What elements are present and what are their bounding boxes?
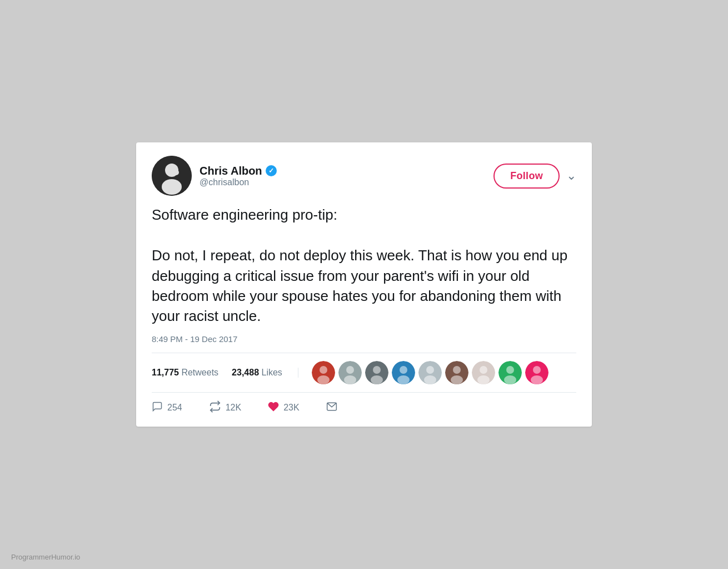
likes-count: 23,488 bbox=[232, 368, 259, 377]
svg-point-9 bbox=[344, 375, 356, 384]
svg-point-8 bbox=[346, 366, 354, 374]
tweet-body: Software engineering pro-tip: Do not, I … bbox=[152, 205, 576, 343]
watermark: ProgrammerHumor.io bbox=[11, 553, 80, 561]
likes-stat[interactable]: 23,488 Likes bbox=[232, 368, 282, 378]
user-name-row: Chris Albon bbox=[200, 165, 277, 177]
liker-avatar[interactable] bbox=[392, 361, 415, 384]
tweet-text-line1: Software engineering pro-tip: bbox=[152, 206, 337, 223]
svg-point-6 bbox=[317, 375, 330, 384]
reply-count: 254 bbox=[167, 403, 182, 413]
reply-icon bbox=[152, 401, 163, 415]
likes-label: Likes bbox=[261, 368, 282, 377]
retweets-label: Retweets bbox=[181, 368, 218, 377]
tweet-text: Software engineering pro-tip: Do not, I … bbox=[152, 205, 576, 326]
svg-point-30 bbox=[531, 375, 543, 384]
svg-point-12 bbox=[371, 375, 383, 384]
retweets-stat[interactable]: 11,775 Retweets bbox=[152, 368, 218, 378]
tweet-card: Chris Albon @chrisalbon Follow ⌄ Softwar… bbox=[136, 142, 592, 426]
follow-button[interactable]: Follow bbox=[493, 164, 560, 189]
liker-avatar[interactable] bbox=[525, 361, 549, 384]
svg-point-3 bbox=[173, 170, 179, 175]
svg-point-2 bbox=[162, 179, 182, 195]
liker-avatar[interactable] bbox=[365, 361, 388, 384]
liker-avatar[interactable] bbox=[418, 361, 442, 384]
svg-point-20 bbox=[453, 366, 461, 374]
liker-avatar[interactable] bbox=[498, 361, 522, 384]
svg-point-15 bbox=[397, 375, 410, 384]
tweet-timestamp: 8:49 PM - 19 Dec 2017 bbox=[152, 334, 576, 344]
user-info: Chris Albon @chrisalbon bbox=[200, 165, 277, 187]
svg-point-29 bbox=[533, 366, 541, 374]
svg-point-14 bbox=[400, 366, 407, 374]
svg-point-21 bbox=[451, 375, 463, 384]
user-name[interactable]: Chris Albon bbox=[200, 165, 262, 177]
user-handle[interactable]: @chrisalbon bbox=[200, 177, 277, 187]
liker-avatar[interactable] bbox=[312, 361, 335, 384]
like-count: 23K bbox=[283, 403, 299, 413]
tweet-actions: 254 12K 23K bbox=[152, 393, 576, 427]
avatar[interactable] bbox=[152, 156, 192, 196]
chevron-down-icon[interactable]: ⌄ bbox=[566, 169, 576, 183]
mail-icon bbox=[326, 401, 337, 415]
svg-point-24 bbox=[477, 375, 490, 384]
tweet-header: Chris Albon @chrisalbon Follow ⌄ bbox=[152, 156, 576, 196]
stats-left: 11,775 Retweets 23,488 Likes bbox=[152, 368, 298, 378]
tweet-header-right: Follow ⌄ bbox=[493, 164, 576, 189]
retweet-icon bbox=[209, 400, 221, 415]
svg-point-11 bbox=[373, 366, 381, 374]
retweets-count: 11,775 bbox=[152, 368, 179, 377]
svg-point-23 bbox=[480, 366, 487, 374]
retweet-action[interactable]: 12K bbox=[209, 400, 241, 415]
svg-point-26 bbox=[506, 366, 514, 374]
retweet-count: 12K bbox=[226, 403, 241, 413]
svg-point-18 bbox=[424, 375, 436, 384]
heart-icon bbox=[268, 401, 279, 415]
liker-avatar[interactable] bbox=[472, 361, 495, 384]
svg-point-27 bbox=[504, 375, 516, 384]
verified-badge bbox=[266, 165, 277, 176]
svg-point-17 bbox=[426, 366, 434, 374]
likers-avatars bbox=[298, 361, 549, 384]
liker-avatar[interactable] bbox=[445, 361, 468, 384]
like-action[interactable]: 23K bbox=[268, 401, 299, 415]
reply-action[interactable]: 254 bbox=[152, 401, 182, 415]
tweet-text-line2: Do not, I repeat, do not deploy this wee… bbox=[152, 247, 567, 324]
tweet-stats: 11,775 Retweets 23,488 Likes bbox=[152, 353, 576, 393]
tweet-header-left: Chris Albon @chrisalbon bbox=[152, 156, 277, 196]
liker-avatar[interactable] bbox=[338, 361, 362, 384]
dm-action[interactable] bbox=[326, 401, 337, 415]
svg-point-5 bbox=[320, 366, 327, 374]
